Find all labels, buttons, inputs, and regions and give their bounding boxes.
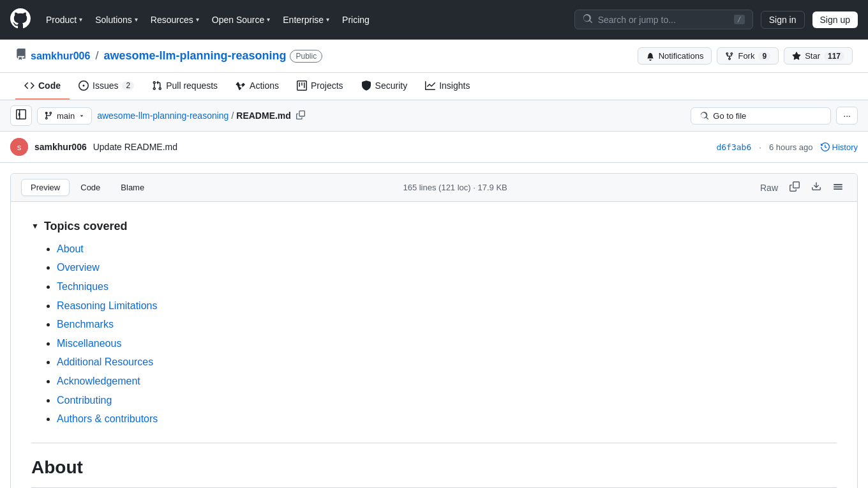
chevron-down-icon [79,112,85,119]
issues-icon [79,80,89,91]
toc-list: AboutOverviewTechniquesReasoning Limitat… [31,241,837,427]
toc-link[interactable]: Miscellaneous [57,338,121,349]
insights-icon [425,80,435,91]
toc-link[interactable]: Techniques [57,281,108,292]
commit-sha[interactable]: d6f3ab6 [716,142,751,152]
tab-security-label: Security [375,80,408,91]
more-options-button[interactable]: ··· [836,107,858,125]
tab-projects[interactable]: Projects [288,73,352,100]
toc-section: ▼ Topics covered AboutOverviewTechniques… [31,217,837,427]
go-to-file-button[interactable]: Go to file [691,107,831,125]
toc-link[interactable]: About [57,243,84,254]
sign-in-button[interactable]: Sign in [761,11,805,29]
history-icon [821,142,830,151]
outline-button[interactable] [829,179,847,196]
tab-code[interactable]: Code [15,73,70,100]
history-label: History [832,142,858,152]
branch-name: main [57,111,75,121]
tab-insights-label: Insights [439,80,470,91]
history-link[interactable]: History [821,142,858,152]
tab-issues[interactable]: Issues 2 [70,73,143,100]
toc-toggle[interactable]: ▼ Topics covered [31,217,837,236]
toc-item: Benchmarks [57,316,837,333]
fork-label: Fork [738,51,754,61]
download-button[interactable] [807,179,825,196]
nav-label: Pricing [342,15,370,25]
copy-path-icon[interactable] [296,111,305,121]
copy-raw-button[interactable] [786,179,804,196]
visibility-badge: Public [290,50,322,63]
file-breadcrumb: awesome-llm-planning-reasoning / README.… [97,111,305,121]
commit-time: 6 hours ago [769,142,813,152]
tab-code-label: Code [38,80,61,91]
preview-tab[interactable]: Preview [21,179,70,196]
toc-link[interactable]: Additional Resources [57,356,153,367]
breadcrumb-file: README.md [236,111,291,121]
toc-heading: Topics covered [44,217,128,236]
svg-text:s: s [17,142,22,152]
toc-item: Acknowledgement [57,373,837,390]
actions-icon [236,80,246,91]
tab-pull-requests[interactable]: Pull requests [143,73,227,100]
chevron-down-icon: ▾ [326,16,329,23]
search-placeholder: Search or jump to... [598,15,729,25]
nav-item-solutions[interactable]: Solutions▾ [90,11,143,29]
toc-link[interactable]: Benchmarks [57,319,114,330]
file-content-viewer: Preview Code Blame 165 lines (121 loc) ·… [10,173,858,488]
toc-arrow-icon: ▼ [31,220,39,233]
search-box[interactable]: Search or jump to... / [574,10,753,29]
commit-author[interactable]: samkhur006 [34,142,87,152]
content-divider [31,443,837,443]
top-navigation: Product▾Solutions▾Resources▾Open Source▾… [0,0,868,40]
nav-item-product[interactable]: Product▾ [41,11,87,29]
code-actions: Raw [756,179,847,196]
branch-icon [44,111,53,120]
repo-header: samkhur006 / awesome-llm-planning-reason… [0,40,868,73]
star-label: Star [805,51,820,61]
search-shortcut: / [734,15,745,24]
breadcrumb-repo-link[interactable]: awesome-llm-planning-reasoning [97,111,228,121]
tab-insights[interactable]: Insights [416,73,479,100]
nav-label: Resources [151,15,193,25]
commit-message: Update README.md [93,142,177,152]
nav-item-pricing[interactable]: Pricing [337,11,375,29]
nav-item-open-source[interactable]: Open Source▾ [207,11,276,29]
tab-actions-label: Actions [250,80,279,91]
nav-label: Product [46,15,77,25]
repo-owner[interactable]: samkhur006 [31,50,90,62]
nav-label: Solutions [95,15,132,25]
tab-actions[interactable]: Actions [227,73,288,100]
code-tab[interactable]: Code [71,179,110,196]
about-heading: About [31,454,837,488]
sign-up-button[interactable]: Sign up [812,11,858,28]
toc-link[interactable]: Reasoning Limitations [57,300,157,311]
tab-security[interactable]: Security [352,73,417,100]
raw-button[interactable]: Raw [756,180,782,195]
file-viewer-toolbar: Preview Code Blame 165 lines (121 loc) ·… [11,174,857,202]
chevron-down-icon: ▾ [135,16,138,23]
repo-name[interactable]: awesome-llm-planning-reasoning [103,49,286,63]
branch-button[interactable]: main [37,107,92,125]
search-icon [583,13,593,26]
blame-tab[interactable]: Blame [111,179,154,196]
tab-bar: Code Issues 2 Pull requests Actions Proj… [0,73,868,100]
notifications-button[interactable]: Notifications [638,47,712,65]
toc-item: Contributing [57,392,837,409]
tab-pull-requests-label: Pull requests [166,80,218,91]
fork-button[interactable]: Fork 9 [717,47,779,65]
toc-item: Additional Resources [57,354,837,370]
toc-link[interactable]: Overview [57,262,100,273]
toc-link[interactable]: Acknowledgement [57,376,140,386]
star-button[interactable]: Star 117 [784,47,853,65]
view-tabs: Preview Code Blame [21,179,154,196]
issues-badge: 2 [122,81,134,90]
sidebar-toggle-button[interactable] [10,105,32,126]
tab-projects-label: Projects [311,80,343,91]
github-logo-icon[interactable] [10,8,31,31]
toc-link[interactable]: Contributing [57,395,112,406]
nav-item-resources[interactable]: Resources▾ [146,11,204,29]
toc-link[interactable]: Authors & contributors [57,413,158,424]
nav-item-enterprise[interactable]: Enterprise▾ [278,11,334,29]
commit-avatar: s [10,138,28,156]
chevron-down-icon: ▾ [79,16,82,23]
